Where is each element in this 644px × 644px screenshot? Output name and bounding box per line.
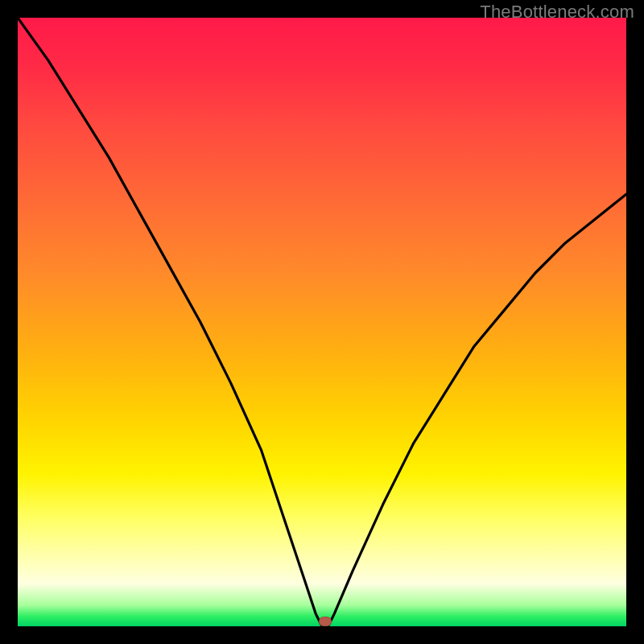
- bottleneck-curve: [18, 18, 626, 626]
- plot-area: [18, 18, 626, 626]
- curve-path: [18, 18, 626, 626]
- minimum-marker: [319, 617, 332, 626]
- watermark-text: TheBottleneck.com: [480, 2, 634, 23]
- chart-frame: TheBottleneck.com: [0, 0, 644, 644]
